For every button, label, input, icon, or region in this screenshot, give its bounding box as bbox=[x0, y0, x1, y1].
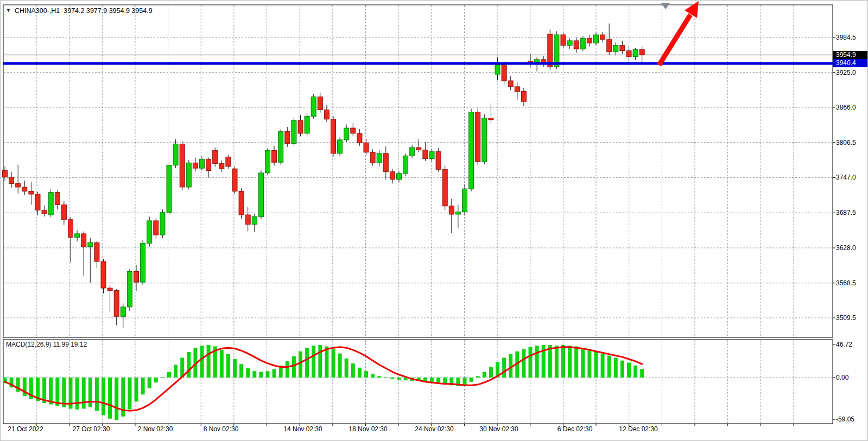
time-axis-label: 27 Oct 02:30 bbox=[73, 425, 110, 433]
time-axis-label: 2 Nov 02:30 bbox=[138, 425, 173, 433]
price-tick-label: 3866.0 bbox=[836, 104, 866, 111]
macd-histogram bbox=[3, 345, 644, 420]
price-tick-label: 3925.0 bbox=[836, 69, 866, 76]
gray-down-triangle-icon bbox=[661, 3, 670, 9]
macd-signal-line bbox=[5, 347, 642, 411]
time-axis-label: 8 Nov 02:30 bbox=[204, 425, 239, 433]
time-axis-label: 12 Dec 02:30 bbox=[619, 425, 657, 433]
candlesticks bbox=[3, 23, 645, 328]
red-up-arrow bbox=[659, 1, 699, 65]
macd-indicator-label: MACD(12,26,9) 11.99 19.12 bbox=[6, 341, 87, 348]
price-tick-label: 3806.5 bbox=[836, 139, 866, 146]
price-tick-label: 3984.5 bbox=[836, 34, 866, 41]
time-axis-label: 21 Oct 2022 bbox=[8, 425, 43, 433]
price-tick-label: 3628.0 bbox=[836, 244, 866, 252]
price-tick-label: 3687.5 bbox=[836, 209, 866, 216]
macd-tick-label: 0.00 bbox=[836, 374, 866, 381]
level-price-label: 3940.4 bbox=[833, 59, 867, 67]
macd-tick-label: -59.05 bbox=[836, 416, 866, 423]
price-tick-label: 3509.5 bbox=[836, 314, 866, 322]
current-price-label: 3954.9 bbox=[833, 51, 867, 59]
time-axis-label: 6 Dec 02:30 bbox=[557, 425, 593, 433]
time-axis-label: 14 Nov 02:30 bbox=[283, 425, 322, 433]
chart-canvas[interactable] bbox=[1, 1, 868, 441]
trading-chart-window: ▼CHINA300-,H1 3974.2 3977.9 3954.9 3954.… bbox=[0, 0, 868, 441]
gridlines bbox=[4, 5, 832, 426]
symbol-header: ▼CHINA300-,H1 3974.2 3977.9 3954.9 3954.… bbox=[6, 7, 153, 15]
time-axis-label: 24 Nov 02:30 bbox=[415, 425, 453, 433]
pane-frames bbox=[3, 5, 833, 424]
time-axis-label: 30 Nov 02:30 bbox=[479, 425, 518, 433]
macd-tick-label: 46.72 bbox=[836, 341, 866, 348]
price-tick-label: 3747.0 bbox=[836, 174, 866, 181]
axis-tick-marks bbox=[833, 37, 835, 419]
symbol-dropdown-icon[interactable]: ▼ bbox=[6, 8, 11, 13]
time-axis-label: 18 Nov 02:30 bbox=[349, 425, 387, 433]
symbol-ohlc-text: CHINA300-,H1 3974.2 3977.9 3954.9 3954.9 bbox=[15, 7, 153, 15]
price-tick-label: 3568.5 bbox=[836, 279, 866, 287]
